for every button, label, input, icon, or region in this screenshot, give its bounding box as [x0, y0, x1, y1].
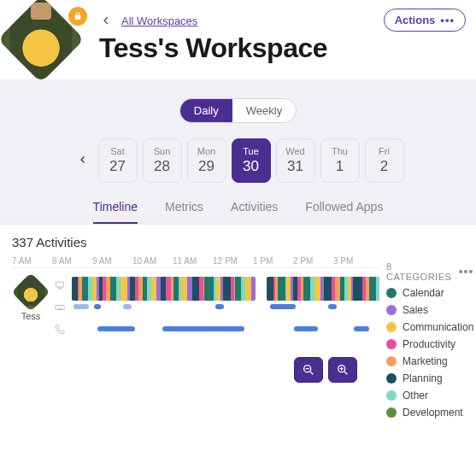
header: All Workspaces Tess's Workspace Actions•…	[0, 0, 476, 79]
actions-button[interactable]: Actions•••	[384, 9, 466, 32]
monitor-icon	[55, 278, 67, 294]
tab-followed-apps[interactable]: Followed Apps	[305, 200, 383, 224]
keyboard-icon	[55, 301, 67, 316]
tabs: Timeline Metrics Activities Followed App…	[10, 200, 466, 224]
workspace-avatar[interactable]	[10, 9, 72, 70]
phone-icon	[55, 323, 67, 338]
category-color-dot	[386, 339, 397, 349]
view-toggle: Daily Weekly	[179, 98, 297, 123]
tab-timeline[interactable]: Timeline	[93, 200, 138, 224]
category-item[interactable]: Development	[386, 407, 473, 419]
category-label: Development	[403, 407, 463, 419]
day-card[interactable]: Thu1	[320, 138, 360, 183]
hour-scale: 7 AM8 AM9 AM10 AM11 AM12 PM1 PM2 PM3 PM	[12, 256, 379, 268]
categories-header: 8 CATEGORIES	[386, 261, 459, 282]
day-card[interactable]: Wed31	[276, 138, 315, 183]
user-track: Tess	[12, 268, 379, 342]
category-color-dot	[386, 322, 397, 332]
svg-rect-0	[56, 282, 64, 287]
timeline-panel: 337 Activities 7 AM8 AM9 AM10 AM11 AM12 …	[0, 224, 476, 419]
day-card[interactable]: Sun28	[143, 138, 182, 183]
category-label: Marketing	[403, 355, 448, 367]
phone-lane	[55, 319, 379, 342]
category-label: Communication	[403, 321, 473, 333]
day-picker: Sat27 Sun28 Mon29 Tue30 Wed31 Thu1 Fri2	[10, 138, 466, 183]
category-color-dot	[386, 390, 397, 401]
lock-icon	[68, 7, 87, 26]
category-color-dot	[386, 305, 397, 315]
activity-count: 337 Activities	[0, 233, 476, 256]
svg-rect-1	[56, 306, 64, 310]
category-item[interactable]: Sales	[386, 304, 473, 316]
tab-metrics[interactable]: Metrics	[165, 200, 203, 224]
category-label: Planning	[403, 372, 443, 384]
categories-panel: 8 CATEGORIES ••• CalendarSalesCommunicat…	[379, 256, 476, 419]
category-label: Productivity	[403, 338, 455, 350]
toggle-weekly[interactable]: Weekly	[232, 99, 296, 122]
category-color-dot	[386, 373, 397, 384]
toggle-daily[interactable]: Daily	[180, 99, 232, 122]
day-card[interactable]: Mon29	[187, 138, 226, 183]
back-arrow-icon[interactable]	[99, 14, 113, 27]
category-color-dot	[386, 288, 397, 298]
category-label: Other	[403, 390, 428, 401]
chevron-left-icon[interactable]	[73, 153, 93, 168]
day-card-active[interactable]: Tue30	[232, 138, 271, 183]
keyboard-lane	[55, 297, 379, 319]
category-item[interactable]: Planning	[386, 372, 473, 384]
user-name: Tess	[12, 311, 50, 321]
ellipsis-icon: •••	[440, 14, 455, 26]
category-color-dot	[386, 356, 397, 366]
tab-activities[interactable]: Activities	[231, 200, 278, 224]
zoom-controls	[294, 357, 379, 383]
category-item[interactable]: Communication	[386, 321, 473, 333]
activity-lane	[55, 275, 379, 297]
category-item[interactable]: Calendar	[386, 287, 473, 299]
category-item[interactable]: Productivity	[386, 338, 473, 350]
zoom-out-button[interactable]	[294, 357, 323, 383]
breadcrumb-link[interactable]: All Workspaces	[121, 15, 197, 27]
day-card[interactable]: Fri2	[365, 138, 404, 183]
zoom-in-button[interactable]	[328, 357, 357, 383]
category-label: Sales	[403, 304, 428, 316]
category-item[interactable]: Marketing	[386, 355, 473, 367]
category-label: Calendar	[403, 287, 444, 299]
avatar[interactable]	[12, 272, 50, 311]
controls-area: Daily Weekly Sat27 Sun28 Mon29 Tue30 Wed…	[0, 79, 476, 224]
categories-menu-button[interactable]: •••	[459, 265, 474, 278]
day-card[interactable]: Sat27	[98, 138, 138, 183]
category-item[interactable]: Other	[386, 390, 473, 401]
page-title: Tess's Workspace	[99, 32, 462, 64]
category-color-dot	[386, 407, 397, 418]
